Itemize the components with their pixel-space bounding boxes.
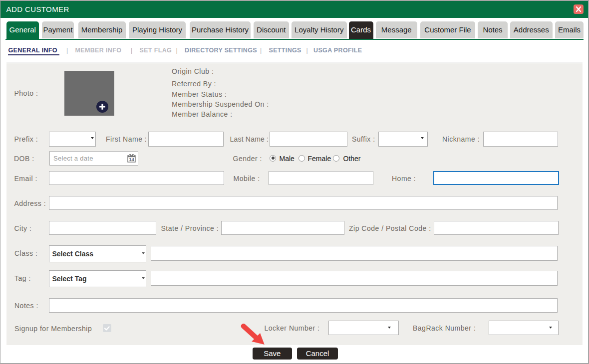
svg-text:14: 14 — [129, 157, 134, 162]
